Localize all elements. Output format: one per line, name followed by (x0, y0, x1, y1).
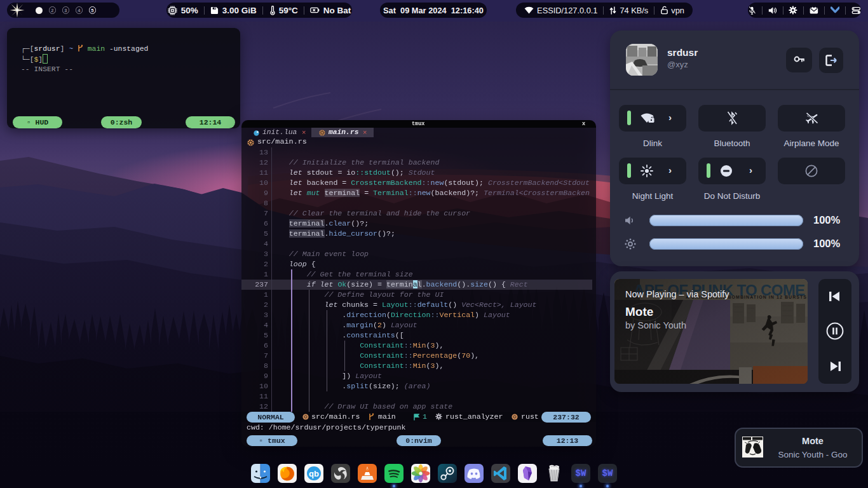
svg-text:qb: qb (309, 469, 319, 478)
